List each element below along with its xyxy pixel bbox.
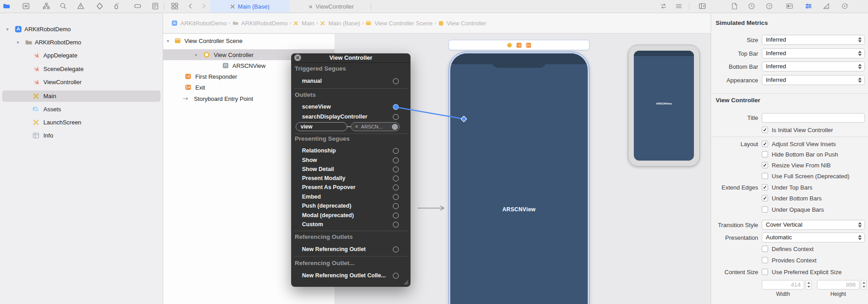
connection-well-searchdisplaycontroller[interactable] <box>393 114 399 120</box>
connection-well-new-referencing-outlet[interactable] <box>393 247 399 252</box>
stepper-icon[interactable] <box>858 234 862 241</box>
top-bar-select[interactable]: Inferred <box>762 48 865 58</box>
tab-main-base[interactable]: Main (Base) <box>210 0 289 13</box>
disclosure-icon[interactable]: ▾ <box>6 27 9 32</box>
history-inspector-icon[interactable] <box>748 2 755 10</box>
outline-row-scene[interactable]: ▾ View Controller Scene <box>163 35 335 46</box>
forward-chevron-icon[interactable] <box>200 2 208 10</box>
navigator-row-group[interactable]: ▾ ARKitRobotDemo <box>0 37 163 48</box>
navigator-row-info[interactable]: Info <box>0 130 163 141</box>
resize-view-nib-checkbox[interactable] <box>762 162 768 168</box>
use-full-screen-checkbox[interactable] <box>762 173 768 179</box>
connection-well-custom[interactable] <box>393 222 399 228</box>
back-chevron-icon[interactable] <box>187 2 194 10</box>
file-inspector-icon[interactable] <box>731 2 738 10</box>
height-field[interactable]: 896 <box>817 280 859 290</box>
provides-context-checkbox[interactable] <box>762 257 768 263</box>
stepper-icon[interactable] <box>858 50 862 57</box>
connection-well-view-connected[interactable] <box>392 124 398 130</box>
connection-well-new-referencing-outlet-collection[interactable] <box>393 273 399 279</box>
entry-point-arrow[interactable] <box>417 204 449 212</box>
navigator-row-viewcontroller[interactable]: ViewController <box>0 76 163 88</box>
connection-well-embed[interactable] <box>393 194 399 200</box>
presentation-select[interactable]: Automatic <box>762 233 865 242</box>
disclosure-icon[interactable]: ▾ <box>167 38 169 43</box>
code-review-icon[interactable] <box>660 2 667 10</box>
connection-well-present-as-popover[interactable] <box>393 185 399 190</box>
navigator-row-appdelegate[interactable]: AppDelegate <box>0 50 163 61</box>
size-select[interactable]: Inferred <box>762 35 865 45</box>
navigator-row-main-selected[interactable]: Main <box>0 90 163 102</box>
storyboard-file-icon <box>32 119 40 126</box>
issue-navigator-icon[interactable] <box>77 2 85 10</box>
disclosure-icon[interactable]: ▾ <box>195 52 197 57</box>
navigator-row-assets[interactable]: Assets <box>0 104 163 115</box>
hud-resize-handle[interactable] <box>403 280 409 285</box>
connection-well-show-detail[interactable] <box>393 166 399 172</box>
width-field[interactable]: 414 <box>762 280 804 290</box>
connection-well-push[interactable] <box>393 203 399 209</box>
connection-well-present-modally[interactable] <box>393 176 399 181</box>
under-top-bars-checkbox[interactable] <box>762 184 768 190</box>
breadcrumb-viewcontroller[interactable]: View Controller <box>438 20 486 27</box>
disclosure-icon[interactable]: ▾ <box>17 40 19 45</box>
width-stepper[interactable] <box>806 280 811 290</box>
transition-style-select[interactable]: Cover Vertical <box>762 220 865 230</box>
scene-dock[interactable] <box>448 40 590 50</box>
outlet-pill-view[interactable]: view <box>296 122 347 131</box>
adjust-editor-icon[interactable] <box>675 2 683 10</box>
exit-icon <box>184 84 192 91</box>
under-opaque-bars-checkbox[interactable] <box>762 206 768 213</box>
under-bottom-bars-checkbox[interactable] <box>762 195 768 201</box>
breadcrumb-main-base[interactable]: Main (Base) <box>320 20 360 27</box>
size-inspector-icon[interactable] <box>822 2 830 10</box>
dock-first-responder-icon[interactable] <box>516 43 522 48</box>
dock-view-controller-icon[interactable] <box>507 43 512 48</box>
find-navigator-icon[interactable] <box>59 2 67 10</box>
identity-inspector-icon[interactable] <box>786 2 793 10</box>
breakpoint-navigator-icon[interactable] <box>134 2 142 10</box>
add-editor-icon[interactable] <box>698 2 706 10</box>
connections-inspector-icon[interactable] <box>841 2 849 10</box>
tab-viewcontroller[interactable]: ViewController <box>294 0 367 13</box>
adjust-scroll-insets-checkbox[interactable] <box>762 141 768 147</box>
title-input[interactable] <box>762 113 865 123</box>
outlet-pill-view-target[interactable]: ✕ ARSCN... <box>351 122 400 131</box>
is-initial-checkbox[interactable] <box>762 127 768 133</box>
stepper-icon[interactable] <box>858 222 862 228</box>
breadcrumb-scene[interactable]: View Controller Scene <box>365 20 432 27</box>
symbol-navigator-icon[interactable] <box>42 2 50 10</box>
connection-well-modal[interactable] <box>393 213 399 218</box>
navigator-row-launchscreen[interactable]: LaunchScreen <box>0 117 163 128</box>
preferred-explicit-size-checkbox[interactable] <box>762 269 768 275</box>
connection-well-show[interactable] <box>393 157 399 163</box>
project-navigator-icon[interactable] <box>3 2 10 10</box>
connection-well-manual[interactable] <box>393 78 399 84</box>
remove-connection-icon[interactable]: ✕ <box>351 124 359 129</box>
defines-context-checkbox[interactable] <box>762 246 768 252</box>
connection-well-sceneview-connected[interactable] <box>393 104 399 110</box>
attributes-inspector-icon[interactable] <box>805 2 812 10</box>
view-controller-scene-phone[interactable]: ARSCNView <box>448 52 590 304</box>
breadcrumb-project[interactable]: ARKitRobotDemo <box>171 20 227 27</box>
breadcrumb-group[interactable]: ARKitRobotDemo <box>232 20 288 27</box>
bottom-bar-select[interactable]: Inferred <box>762 62 865 71</box>
connection-well-relationship[interactable] <box>393 148 399 154</box>
navigator-row-project[interactable]: ▾ ARKitRobotDemo <box>0 24 163 35</box>
arscnview-root-view[interactable]: ARSCNView <box>450 53 588 304</box>
tab-overview-icon[interactable] <box>171 2 179 10</box>
dock-exit-icon[interactable] <box>526 43 531 48</box>
source-control-navigator-icon[interactable] <box>22 2 30 10</box>
stepper-icon[interactable] <box>858 63 862 70</box>
height-stepper[interactable] <box>861 280 867 290</box>
help-inspector-icon[interactable]: ? <box>765 2 773 10</box>
debug-navigator-icon[interactable] <box>113 2 120 10</box>
stepper-icon[interactable] <box>858 37 862 43</box>
breadcrumb-main[interactable]: Main <box>293 20 314 27</box>
appearance-select[interactable]: Inferred <box>762 75 865 85</box>
stepper-icon[interactable] <box>858 77 862 83</box>
hide-bottom-bar-checkbox[interactable] <box>762 151 768 157</box>
report-navigator-icon[interactable] <box>151 2 159 10</box>
test-navigator-icon[interactable] <box>96 2 104 10</box>
navigator-row-scenedelegate[interactable]: SceneDelegate <box>0 63 163 75</box>
